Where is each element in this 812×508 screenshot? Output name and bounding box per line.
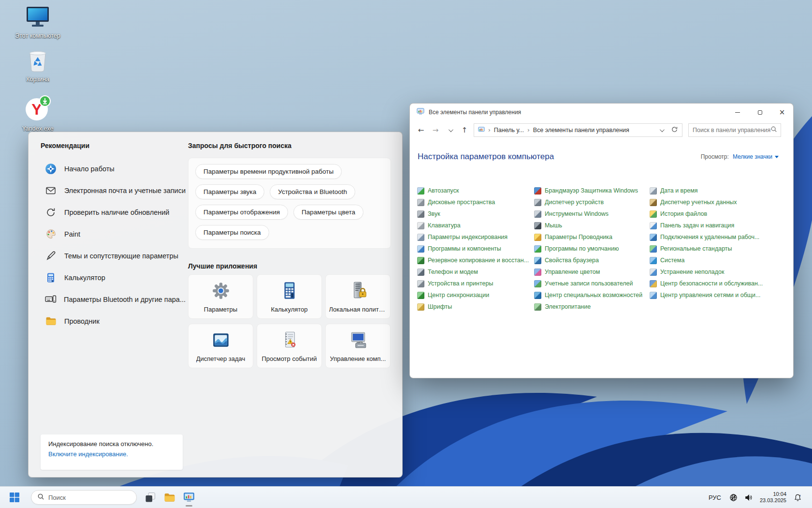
control-panel-item[interactable]: Центр синхронизации xyxy=(417,289,536,301)
control-panel-item[interactable]: Телефон и модем xyxy=(417,266,536,278)
control-panel-item[interactable]: Диспетчер устройств xyxy=(534,196,652,208)
control-panel-item[interactable]: Свойства браузера xyxy=(534,254,652,266)
control-panel-item-label[interactable]: Устройства и принтеры xyxy=(428,280,493,287)
app-card-event-viewer[interactable]: Просмотр событий xyxy=(257,324,322,368)
breadcrumb-root[interactable]: Панель у... xyxy=(494,127,524,134)
rec-item-explorer[interactable]: Проводник xyxy=(41,310,186,332)
rec-item-email[interactable]: Электронная почта и учетные записи xyxy=(41,179,186,201)
control-panel-item[interactable]: Центр специальных возможностей xyxy=(534,289,652,301)
address-dropdown-icon[interactable] xyxy=(660,127,665,132)
control-panel-item[interactable]: Устранение неполадок xyxy=(650,266,768,278)
quick-search-pill[interactable]: Параметры поиска xyxy=(195,225,269,240)
control-panel-item-label[interactable]: Панель задач и навигация xyxy=(660,222,734,229)
app-card-local-policy[interactable]: Локальная полити... xyxy=(325,274,391,319)
control-panel-item[interactable]: История файлов xyxy=(650,208,768,220)
control-panel-item-label[interactable]: Центр безопасности и обслуживан... xyxy=(660,280,763,287)
control-panel-item-label[interactable]: Клавиатура xyxy=(428,222,461,229)
minimize-button[interactable] xyxy=(726,104,749,121)
control-panel-item[interactable]: Мышь xyxy=(534,220,652,231)
breadcrumb-current[interactable]: Все элементы панели управления xyxy=(533,127,629,134)
control-panel-search[interactable] xyxy=(688,123,781,137)
control-panel-item[interactable]: Дата и время xyxy=(650,185,768,196)
control-panel-item-label[interactable]: Система xyxy=(660,257,684,264)
control-panel-item[interactable]: Программы по умолчанию xyxy=(534,243,652,254)
forward-button[interactable]: → xyxy=(428,123,443,137)
control-panel-item-label[interactable]: Электропитание xyxy=(545,303,591,310)
control-panel-item[interactable]: Учетные записи пользователей xyxy=(534,278,652,289)
app-card-task-manager[interactable]: Диспетчер задач xyxy=(188,324,253,368)
control-panel-item[interactable]: Параметры Проводника xyxy=(534,231,652,243)
control-panel-item[interactable]: Дисковые пространства xyxy=(417,196,536,208)
refresh-button[interactable] xyxy=(671,126,678,134)
clock[interactable]: 10:04 23.03.2025 xyxy=(756,491,790,504)
task-view-button[interactable] xyxy=(141,488,160,507)
control-panel-item[interactable]: Параметры индексирования xyxy=(417,231,536,243)
control-panel-search-input[interactable] xyxy=(693,127,770,134)
control-panel-item-label[interactable]: Программы и компоненты xyxy=(428,245,501,252)
control-panel-item[interactable]: Брандмауэр Защитника Windows xyxy=(534,185,652,196)
window-titlebar[interactable]: Все элементы панели управления × xyxy=(410,104,793,121)
desktop-icon-yandex[interactable]: Y Yandex.exe xyxy=(14,95,62,132)
control-panel-item[interactable]: Управление цветом xyxy=(534,266,652,278)
control-panel-item[interactable]: Центр безопасности и обслуживан... xyxy=(650,278,768,289)
app-card-computer-management[interactable]: Управление комп... xyxy=(325,324,391,368)
control-panel-item[interactable]: Инструменты Windows xyxy=(534,208,652,220)
control-panel-item[interactable]: Резервное копирование и восстан... xyxy=(417,254,536,266)
control-panel-item-label[interactable]: Подключения к удаленным рабоч... xyxy=(660,234,759,240)
quick-search-pill[interactable]: Параметры времени продуктивной работы xyxy=(195,164,342,179)
control-panel-item-label[interactable]: Резервное копирование и восстан... xyxy=(428,257,529,264)
control-panel-item-label[interactable]: Свойства браузера xyxy=(545,257,599,264)
file-explorer-button[interactable] xyxy=(160,488,179,507)
control-panel-item[interactable]: Устройства и принтеры xyxy=(417,278,536,289)
network-globe-icon[interactable] xyxy=(726,493,741,502)
control-panel-item[interactable]: Панель задач и навигация xyxy=(650,220,768,231)
control-panel-item[interactable]: Диспетчер учетных данных xyxy=(650,196,768,208)
control-panel-item[interactable]: Автозапуск xyxy=(417,185,536,196)
rec-item-get-started[interactable]: Начало работы xyxy=(41,158,186,179)
control-panel-item-label[interactable]: Параметры Проводника xyxy=(545,234,612,240)
control-panel-item[interactable]: Подключения к удаленным рабоч... xyxy=(650,231,768,243)
control-panel-item-label[interactable]: Шрифты xyxy=(428,303,452,310)
taskbar-search[interactable]: Поиск xyxy=(31,490,137,505)
control-panel-item-label[interactable]: История файлов xyxy=(660,210,707,217)
control-panel-item-label[interactable]: Звук xyxy=(428,210,440,217)
breadcrumb[interactable]: › Панель у... › Все элементы панели упра… xyxy=(474,123,682,137)
volume-icon[interactable] xyxy=(741,493,756,502)
app-card-settings[interactable]: Параметры xyxy=(188,274,253,319)
up-button[interactable]: ↑ xyxy=(457,123,472,137)
quick-search-pill[interactable]: Параметры цвета xyxy=(293,205,363,220)
control-panel-item-label[interactable]: Центр управления сетями и общи... xyxy=(660,292,760,299)
control-panel-item[interactable]: Электропитание xyxy=(534,301,652,313)
control-panel-item-label[interactable]: Центр синхронизации xyxy=(428,292,489,299)
rec-item-paint[interactable]: Paint xyxy=(41,223,186,245)
control-panel-item[interactable]: Региональные стандарты xyxy=(650,243,768,254)
control-panel-item[interactable]: Система xyxy=(650,254,768,266)
recent-locations-dropdown[interactable] xyxy=(443,123,457,137)
language-indicator[interactable]: РУС xyxy=(704,494,726,501)
quick-search-pill[interactable]: Параметры отображения xyxy=(195,205,288,220)
control-panel-item[interactable]: Шрифты xyxy=(417,301,536,313)
control-panel-item-label[interactable]: Параметры индексирования xyxy=(428,234,508,240)
control-panel-item-label[interactable]: Программы по умолчанию xyxy=(545,245,619,252)
app-card-calculator[interactable]: Калькулятор xyxy=(257,274,322,319)
control-panel-item-label[interactable]: Мышь xyxy=(545,222,562,229)
control-panel-item-label[interactable]: Инструменты Windows xyxy=(545,210,609,217)
control-panel-item-label[interactable]: Дата и время xyxy=(660,187,698,194)
rec-item-check-updates[interactable]: Проверить наличие обновлений xyxy=(41,201,186,223)
rec-item-bluetooth-settings[interactable]: Параметры Bluetooth и другие пара... xyxy=(41,288,186,310)
back-button[interactable]: ← xyxy=(414,123,428,137)
control-panel-item-label[interactable]: Диспетчер учетных данных xyxy=(660,199,737,206)
enable-indexing-link[interactable]: Включите индексирование. xyxy=(48,450,175,458)
control-panel-item[interactable]: Центр управления сетями и общи... xyxy=(650,289,768,301)
close-button[interactable]: × xyxy=(771,104,793,121)
control-panel-item-label[interactable]: Телефон и модем xyxy=(428,269,478,275)
control-panel-taskbar-button[interactable] xyxy=(179,488,199,507)
view-value-dropdown[interactable]: Мелкие значки xyxy=(733,153,772,160)
control-panel-item-label[interactable]: Брандмауэр Защитника Windows xyxy=(545,187,638,194)
control-panel-item[interactable]: Звук xyxy=(417,208,536,220)
control-panel-item-label[interactable]: Учетные записи пользователей xyxy=(545,280,633,287)
maximize-button[interactable] xyxy=(749,104,771,121)
desktop-icon-recycle-bin[interactable]: Корзина xyxy=(14,49,62,83)
control-panel-item-label[interactable]: Региональные стандарты xyxy=(660,245,732,252)
control-panel-item[interactable]: Программы и компоненты xyxy=(417,243,536,254)
